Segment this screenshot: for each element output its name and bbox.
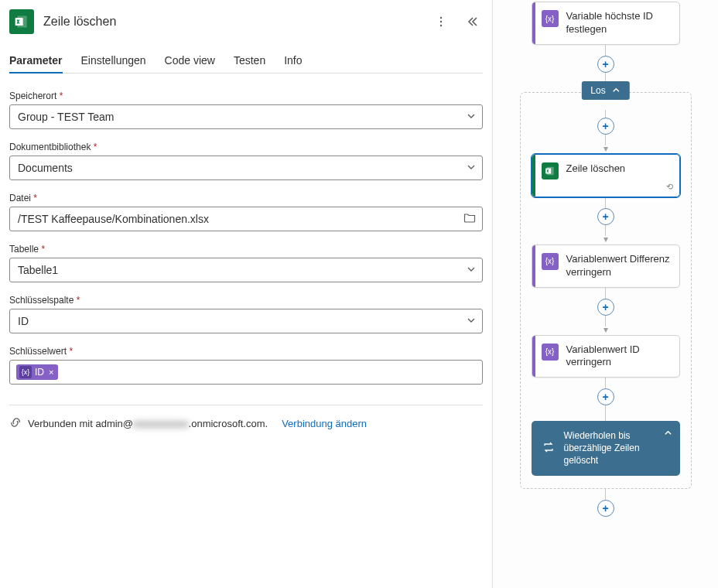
link-icon: ⟲ [666,182,673,192]
fx-icon: {x} [19,366,32,378]
connector [605,110,606,118]
svg-point-4 [440,25,442,26]
add-step-button[interactable]: + [597,500,614,517]
flow-step-decrement-diff[interactable]: {x} Variablenwert Differenz verringern [532,244,680,288]
step-title: Variablenwert ID verringern [566,344,670,370]
parameter-form: Speicherort * Group - TEST Team Dokument… [9,74,483,431]
connector: ▾ [603,225,608,244]
connection-icon [9,416,22,431]
excel-icon [542,162,559,179]
loop-label: Los [590,85,605,96]
connection-row: Verbunden mit admin@xxxxxxxxxxx.onmicros… [9,416,483,431]
connector [605,405,606,421]
tab-settings[interactable]: Einstellungen [81,48,146,73]
keycol-label: Schlüsselspalte * [9,295,483,306]
loop-footer-text: Wiederholen bis überzählige Zeilen gelös… [564,430,669,467]
add-step-button[interactable]: + [597,56,614,73]
chevron-down-icon [467,264,476,276]
flow-step-set-variable[interactable]: {x} Variable höchste ID festlegen [532,2,680,45]
flow-canvas[interactable]: {x} Variable höchste ID festlegen + ▾ Lo… [492,0,718,588]
add-step-button[interactable]: + [597,299,614,316]
more-options-button[interactable] [430,11,452,32]
step-title: Variable höchste ID festlegen [566,10,670,36]
chevron-down-icon [467,315,476,327]
change-connection-link[interactable]: Verbindung ändern [282,418,367,429]
loop-footer[interactable]: Wiederholen bis überzählige Zeilen gelös… [532,421,680,476]
library-label: Dokumentbibliothek * [9,142,483,152]
excel-icon [9,9,34,34]
connector: ▾ [603,316,608,335]
tabs: Parameter Einstellungen Code view Testen… [9,48,483,74]
connector [605,288,606,299]
keycol-select[interactable]: ID [9,309,483,333]
tab-code-view[interactable]: Code view [165,48,215,73]
tab-info[interactable]: Info [284,48,302,73]
chevron-down-icon [467,111,476,123]
location-label: Speicherort * [9,91,483,101]
file-value: /TEST Kaffeepause/Kombinationen.xlsx [18,213,209,225]
table-label: Tabelle * [9,244,483,255]
variable-icon: {x} [542,253,559,270]
file-label: Datei * [9,193,483,203]
table-value: Tabelle1 [18,264,58,276]
connector: ▾ [603,135,608,154]
connection-text: Verbunden mit admin@xxxxxxxxxxx.onmicros… [28,418,268,429]
svg-point-2 [440,17,442,19]
location-value: Group - TEST Team [18,111,115,123]
chevron-up-icon [664,429,672,439]
table-select[interactable]: Tabelle1 [9,258,483,282]
repeat-icon [542,441,555,456]
add-step-button[interactable]: + [597,208,614,225]
keyval-input[interactable]: {x} ID × [9,360,483,385]
connector [605,197,606,208]
step-title: Zeile löschen [566,162,626,176]
divider [9,405,483,405]
connector [605,378,606,388]
tab-parameter[interactable]: Parameter [9,48,63,73]
add-step-button[interactable]: + [597,118,614,135]
variable-icon: {x} [542,344,559,361]
add-step-button[interactable]: + [597,388,614,405]
loop-header[interactable]: Los [581,81,629,100]
flow-step-decrement-id[interactable]: {x} Variablenwert ID verringern [532,335,680,378]
loop-container: Los + ▾ Zeile löschen ⟲ + ▾ {x} Variable… [520,92,692,489]
file-input[interactable]: /TEST Kaffeepause/Kombinationen.xlsx [9,207,483,231]
connector [605,45,606,56]
library-select[interactable]: Documents [9,156,483,180]
chevron-up-icon [612,86,621,94]
svg-rect-1 [15,18,23,26]
library-value: Documents [18,162,73,174]
panel-title: Zeile löschen [43,15,421,29]
folder-icon[interactable] [463,213,476,226]
chevron-down-icon [467,162,476,174]
remove-token-icon[interactable]: × [49,368,53,377]
flow-step-delete-row[interactable]: Zeile löschen ⟲ [532,154,680,197]
keyval-label: Schlüsselwert * [9,346,483,357]
collapse-panel-button[interactable] [461,11,483,32]
keycol-value: ID [18,315,29,327]
expression-token[interactable]: {x} ID × [16,364,58,380]
svg-point-3 [440,21,442,22]
variable-icon: {x} [542,10,559,27]
step-title: Variablenwert Differenz verringern [566,253,670,279]
svg-rect-6 [545,168,551,173]
panel-header: Zeile löschen [9,9,483,48]
location-select[interactable]: Group - TEST Team [9,104,483,129]
connector [605,489,606,500]
tab-test[interactable]: Testen [234,48,265,73]
token-text: ID [35,367,44,378]
details-panel: Zeile löschen Parameter Einstellungen Co… [0,0,492,588]
